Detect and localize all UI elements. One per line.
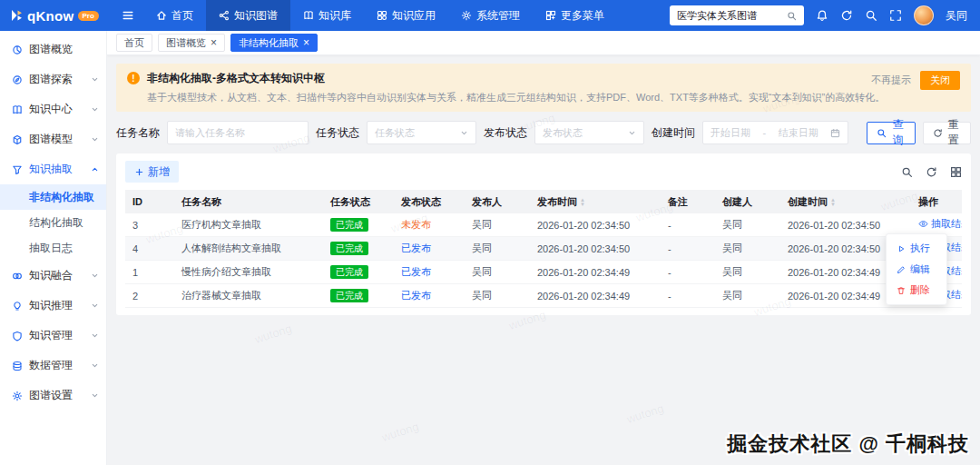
tab-label: 首页: [124, 38, 144, 48]
task-status-label: 任务状态: [316, 125, 359, 141]
search-icon[interactable]: [865, 9, 877, 22]
sidebar-item-knowledge-reasoning[interactable]: 知识推理: [0, 291, 106, 321]
dismiss-link[interactable]: 不再提示: [871, 74, 911, 87]
sidebar-item-knowledge-fusion[interactable]: 知识融合: [0, 261, 106, 291]
sidebar-item-knowledge-center[interactable]: 知识中心: [0, 94, 106, 124]
sidebar-subitem-extract-log[interactable]: 抽取日志: [0, 235, 106, 261]
sidebar-item-overview[interactable]: 图谱概览: [0, 35, 106, 64]
nav-item-knowledge-app[interactable]: 知识应用: [364, 0, 448, 31]
calendar-icon: [830, 128, 840, 138]
cell-name: 慢性病介绍文章抽取: [174, 261, 323, 284]
nav-label: 首页: [172, 8, 193, 24]
nav-item-more[interactable]: 更多菜单: [533, 0, 617, 31]
gear-icon: [12, 391, 23, 401]
chevron-down-icon: [91, 105, 99, 114]
collapse-menu-icon[interactable]: [122, 9, 134, 22]
refresh-icon[interactable]: [840, 9, 853, 22]
page-content: ! 非结构化抽取-多格式文本转知识中枢 基于大模型技术，从文档、文本、扫描件等内…: [107, 55, 980, 323]
logo[interactable]: qKnow Pro: [0, 8, 116, 24]
select-value: 任务状态: [375, 126, 415, 140]
dropdown-delete[interactable]: 删除: [887, 280, 946, 301]
table-row[interactable]: 2 治疗器械文章抽取 已完成 已发布 吴同 2026-01-20 02:34:4…: [125, 284, 962, 308]
sidebar-item-graph-settings[interactable]: 图谱设置: [0, 381, 106, 411]
tab-label: 图谱概览: [166, 38, 206, 48]
username[interactable]: 吴同: [946, 8, 967, 24]
extract-result-link[interactable]: 抽取结果: [918, 217, 962, 231]
cell-publish-status: 已发布: [394, 284, 465, 308]
sidebar-subitem-structured[interactable]: 结构化抽取: [0, 210, 106, 235]
eye-icon: [918, 219, 928, 229]
chevron-down-icon: [91, 135, 99, 143]
chevron-down-icon: [91, 302, 99, 310]
sort-icon[interactable]: ▲▼: [580, 198, 585, 206]
cell-publish-status: 已发布: [394, 237, 465, 261]
dropdown-edit[interactable]: 编辑: [887, 259, 946, 280]
table-refresh-icon[interactable]: [926, 166, 937, 178]
sidebar-label: 知识抽取: [29, 162, 84, 177]
close-banner-button[interactable]: 关闭: [920, 71, 960, 90]
bell-icon[interactable]: [816, 9, 828, 22]
nav-item-knowledge-graph[interactable]: 知识图谱: [206, 0, 290, 31]
dropdown-item-label: 删除: [910, 283, 930, 297]
cell-remark: -: [661, 284, 715, 308]
nav-item-home[interactable]: 首页: [143, 0, 206, 31]
tab-home[interactable]: 首页: [116, 34, 152, 52]
nav-item-knowledge-base[interactable]: 知识库: [290, 0, 364, 31]
nav-item-system[interactable]: 系统管理: [448, 0, 533, 31]
sidebar-item-knowledge-extract[interactable]: 知识抽取: [0, 154, 106, 184]
gear-icon: [461, 10, 472, 21]
plus-icon: [134, 167, 144, 177]
cell-creator: 吴同: [715, 213, 780, 237]
search-icon: [787, 11, 797, 21]
shield-icon: [12, 331, 23, 341]
dropdown-run[interactable]: 执行: [887, 238, 946, 259]
chevron-up-icon: [91, 165, 99, 173]
query-button[interactable]: 查询: [867, 122, 915, 144]
graph-select[interactable]: 医学实体关系图谱: [670, 5, 804, 25]
dropdown-item-label: 执行: [910, 242, 930, 255]
table-row[interactable]: 4 人体解剖结构文章抽取 已完成 已发布 吴同 2026-01-20 02:34…: [125, 237, 962, 261]
sidebar-subitem-unstructured[interactable]: 非结构化抽取: [0, 184, 106, 210]
table-row[interactable]: 1 慢性病介绍文章抽取 已完成 已发布 吴同 2026-01-20 02:34:…: [125, 261, 962, 284]
select-value: 发布状态: [543, 126, 583, 140]
reset-button[interactable]: 重置: [923, 122, 971, 144]
columns-setting-icon[interactable]: [950, 166, 962, 178]
sidebar-item-graph-model[interactable]: 图谱模型: [0, 124, 106, 154]
tab-close-icon[interactable]: ×: [211, 37, 217, 48]
sort-icon[interactable]: ▲▼: [830, 198, 836, 206]
cube-icon: [12, 134, 23, 145]
graph-icon: [219, 10, 230, 21]
task-status-select[interactable]: 任务状态: [367, 121, 476, 144]
cell-name: 治疗器械文章抽取: [174, 284, 323, 308]
banner-controls: 不再提示 关闭: [871, 71, 960, 90]
column-header: 任务名称: [174, 190, 323, 213]
cell-creator: 吴同: [715, 261, 780, 284]
edit-icon: [897, 265, 906, 274]
column-header: 创建人: [715, 190, 780, 213]
pro-badge: Pro: [78, 11, 99, 21]
tab-close-icon[interactable]: ×: [303, 37, 309, 48]
tab-graph-overview[interactable]: 图谱概览 ×: [158, 34, 225, 52]
sidebar-sublabel: 非结构化抽取: [29, 190, 94, 205]
sidebar-item-explore[interactable]: 图谱探索: [0, 64, 106, 94]
sidebar-item-knowledge-manage[interactable]: 知识管理: [0, 321, 106, 351]
table-search-icon[interactable]: [901, 166, 913, 178]
publish-status-select[interactable]: 发布状态: [534, 121, 644, 144]
sidebar-label: 知识管理: [29, 328, 84, 343]
cell-creator: 吴同: [715, 284, 780, 308]
avatar[interactable]: [914, 5, 934, 25]
column-header: ID: [125, 190, 174, 213]
date-separator: -: [763, 127, 767, 138]
add-button[interactable]: 新增: [125, 161, 179, 183]
apps-icon: [377, 10, 387, 21]
create-time-range-picker[interactable]: 开始日期 - 结束日期: [702, 121, 848, 144]
sidebar-item-data-manage[interactable]: 数据管理: [0, 351, 106, 381]
fullscreen-icon[interactable]: [889, 9, 902, 22]
sidebar: 图谱概览 图谱探索 知识中心 图谱模型 知识抽取 非结构化抽取 结构化抽取 抽取…: [0, 31, 107, 465]
sidebar-label: 知识推理: [29, 298, 84, 313]
table-row[interactable]: 3 医疗机构文章抽取 已完成 未发布 吴同 2026-01-20 02:34:5…: [125, 213, 962, 237]
tab-unstructured-extract[interactable]: 非结构化抽取 ×: [230, 34, 318, 52]
cell-task-status: 已完成: [323, 284, 394, 308]
status-badge: 已完成: [330, 265, 368, 279]
task-name-input[interactable]: [167, 121, 309, 144]
